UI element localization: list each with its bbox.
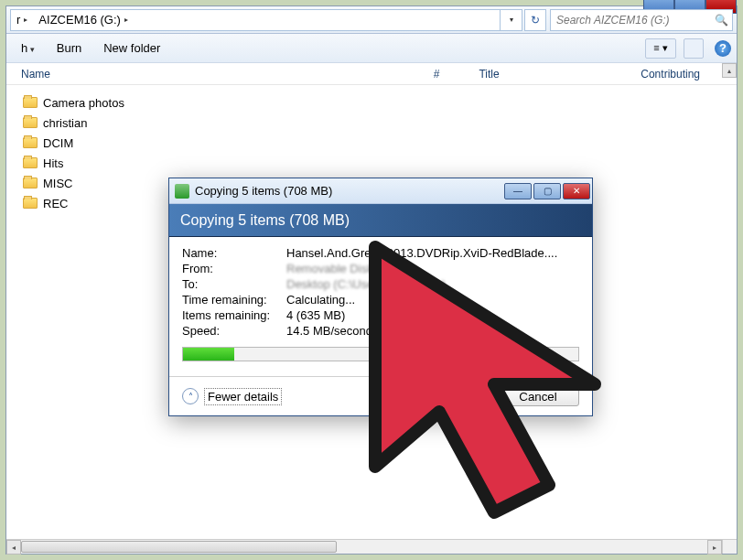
column-title[interactable]: Title xyxy=(479,68,641,81)
folder-label: christian xyxy=(43,116,87,130)
row-value-items: 4 (635 MB) xyxy=(286,308,579,322)
folder-icon xyxy=(23,117,38,128)
folder-icon xyxy=(23,157,38,168)
scroll-left-button[interactable]: ◂ xyxy=(6,540,21,555)
list-item[interactable]: DCIM xyxy=(23,133,737,153)
dialog-window-title: Copying 5 items (708 MB) xyxy=(195,184,332,198)
dialog-maximize-button[interactable]: ▢ xyxy=(533,183,561,199)
search-input[interactable]: Search AIZCEM16 (G:) 🔍 xyxy=(550,9,733,31)
copy-dialog: Copying 5 items (708 MB) — ▢ ✕ Copying 5… xyxy=(168,178,593,416)
list-item[interactable]: christian xyxy=(23,113,737,133)
folder-label: Hits xyxy=(43,156,63,170)
breadcrumb-drive-text: AIZCEM16 (G:) xyxy=(38,13,121,27)
progress-bar xyxy=(182,347,579,361)
scroll-track[interactable] xyxy=(21,540,707,554)
breadcrumb-prefix-text: r xyxy=(16,13,20,27)
row-label-to: To: xyxy=(182,277,286,291)
column-number[interactable]: # xyxy=(434,68,479,81)
dialog-body: Name:Hansel.And.Gretel.2013.DVDRip.XviD-… xyxy=(169,237,592,376)
view-options-button[interactable]: ≡ ▾ xyxy=(645,38,676,59)
collapse-details-button[interactable]: ˄ xyxy=(182,388,199,404)
chevron-right-icon: ▸ xyxy=(24,16,27,24)
breadcrumb-history-dropdown[interactable]: ▾ xyxy=(500,9,522,31)
column-headers: Name # Title Contributing xyxy=(6,63,737,85)
dialog-heading: Copying 5 items (708 MB) xyxy=(169,204,592,237)
burn-button[interactable]: Burn xyxy=(48,38,91,59)
row-label-items: Items remaining: xyxy=(182,308,286,322)
breadcrumb-drive[interactable]: AIZCEM16 (G:)▸ xyxy=(33,13,134,27)
row-value-time: Calculating... xyxy=(286,293,579,307)
horizontal-scrollbar[interactable]: ◂ ▸ xyxy=(6,539,722,554)
row-value-from: Removable Disk (I:) xyxy=(286,262,579,275)
cancel-button[interactable]: Cancel xyxy=(497,386,579,406)
search-icon: 🔍 xyxy=(715,14,728,27)
scroll-thumb[interactable] xyxy=(21,541,337,553)
folder-label: MISC xyxy=(43,177,73,190)
organize-suffix: h xyxy=(21,41,27,55)
row-value-to: Desktop (C:\Users\Mike201...) xyxy=(286,277,579,291)
help-button[interactable]: ? xyxy=(715,40,731,57)
folder-icon xyxy=(23,137,38,148)
chevron-right-icon: ▸ xyxy=(124,16,128,24)
burn-label: Burn xyxy=(57,41,81,55)
folder-icon xyxy=(23,97,38,108)
list-item[interactable]: Camera photos xyxy=(23,92,737,113)
new-folder-label: New folder xyxy=(103,41,160,55)
scroll-right-button[interactable]: ▸ xyxy=(707,540,722,555)
search-placeholder: Search AIZCEM16 (G:) xyxy=(556,14,670,27)
row-label-speed: Speed: xyxy=(182,324,286,338)
row-label-from: From: xyxy=(182,262,286,275)
dialog-footer: ˄ Fewer details Cancel xyxy=(169,376,592,415)
scroll-corner xyxy=(722,539,737,554)
fewer-details-link[interactable]: Fewer details xyxy=(204,388,282,405)
new-folder-button[interactable]: New folder xyxy=(94,38,169,59)
folder-label: Camera photos xyxy=(43,96,124,110)
row-label-time: Time remaining: xyxy=(182,293,286,307)
dialog-heading-text: Copying 5 items (708 MB) xyxy=(180,212,350,229)
address-bar-row: r▸ AIZCEM16 (G:)▸ ▾ ↻ Search AIZCEM16 (G… xyxy=(6,6,737,34)
folder-label: REC xyxy=(43,197,68,210)
dialog-close-button[interactable]: ✕ xyxy=(563,183,590,199)
breadcrumb-prefix[interactable]: r▸ xyxy=(11,13,33,27)
fewer-details-label: Fewer details xyxy=(208,390,278,404)
help-icon: ? xyxy=(719,41,727,55)
toolbar: h Burn New folder ≡ ▾ ? xyxy=(6,34,737,63)
folder-label: DCIM xyxy=(43,136,73,150)
preview-pane-toggle[interactable] xyxy=(684,38,704,59)
row-value-speed: 14.5 MB/second xyxy=(286,324,579,338)
dialog-minimize-button[interactable]: — xyxy=(504,183,532,199)
scroll-up-button[interactable]: ▴ xyxy=(722,63,737,78)
cancel-label: Cancel xyxy=(519,390,557,404)
copy-icon xyxy=(175,184,189,199)
refresh-button[interactable]: ↻ xyxy=(524,9,546,31)
row-label-name: Name: xyxy=(182,246,286,260)
organize-menu[interactable]: h xyxy=(12,38,44,59)
chevron-down-icon: ▾ xyxy=(510,16,513,24)
list-item[interactable]: Hits xyxy=(23,153,737,173)
progress-fill xyxy=(183,348,234,361)
breadcrumb[interactable]: r▸ AIZCEM16 (G:)▸ ▾ xyxy=(10,9,522,31)
folder-icon xyxy=(23,198,38,209)
folder-icon xyxy=(23,178,38,188)
column-name[interactable]: Name xyxy=(21,68,434,81)
row-value-name: Hansel.And.Gretel.2013.DVDRip.XviD-RedBl… xyxy=(286,246,579,260)
dialog-titlebar[interactable]: Copying 5 items (708 MB) — ▢ ✕ xyxy=(169,178,592,204)
